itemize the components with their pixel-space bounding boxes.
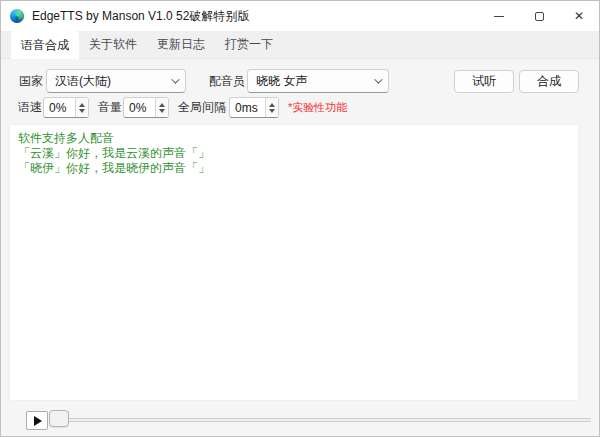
speech-synthesis-panel: 国家 汉语(大陆) 配音员 晓晓 女声 试听 合成 语速 0% 音量 0%: [1, 59, 599, 437]
text-input-area[interactable]: 软件支持多人配音 「云溪」你好，我是云溪的声音「」 「晓伊」你好，我是晓伊的声音…: [9, 124, 579, 401]
volume-stepper[interactable]: [155, 98, 168, 117]
maximize-icon: [535, 12, 544, 21]
edge-app-icon: [10, 9, 24, 23]
tab-changelog[interactable]: 更新日志: [147, 31, 215, 58]
volume-value: 0%: [124, 101, 155, 115]
global-gap-label: 全局间隔: [178, 97, 226, 118]
global-gap-spinner[interactable]: 0ms: [229, 97, 279, 118]
editor-line: 「云溪」你好，我是云溪的声音「」: [18, 146, 570, 161]
tab-bar: 语音合成 关于软件 更新日志 打赏一下: [1, 31, 599, 59]
window-controls: ✕: [479, 1, 599, 31]
minimize-icon: [494, 16, 504, 17]
seek-slider-thumb[interactable]: [49, 410, 69, 427]
play-button[interactable]: [26, 411, 48, 430]
minimize-button[interactable]: [479, 1, 519, 31]
country-label: 国家: [19, 69, 43, 93]
country-select[interactable]: 汉语(大陆): [46, 69, 186, 93]
global-gap-stepper[interactable]: [265, 98, 278, 117]
close-icon: ✕: [574, 9, 584, 23]
spin-up-icon: [269, 103, 275, 107]
volume-label: 音量: [98, 97, 122, 118]
country-select-value: 汉语(大陆): [55, 73, 111, 90]
spin-up-icon: [159, 103, 165, 107]
rate-label: 语速: [18, 97, 42, 118]
app-window: EdgeTTS by Manson V1.0 52破解特别版 ✕ 语音合成 关于…: [0, 0, 600, 437]
seek-slider-track[interactable]: [49, 418, 591, 422]
preview-button[interactable]: 试听: [454, 70, 514, 93]
experimental-note: *实验性功能: [288, 97, 347, 118]
tab-about[interactable]: 关于软件: [79, 31, 147, 58]
tab-donate[interactable]: 打赏一下: [215, 31, 283, 58]
global-gap-value: 0ms: [230, 101, 265, 115]
close-button[interactable]: ✕: [559, 1, 599, 31]
spin-up-icon: [79, 103, 85, 107]
tab-speech-synthesis[interactable]: 语音合成: [11, 31, 79, 59]
rate-spinner[interactable]: 0%: [43, 97, 89, 118]
chevron-down-icon: [374, 75, 382, 83]
voice-select[interactable]: 晓晓 女声: [247, 69, 389, 93]
editor-line: 软件支持多人配音: [18, 131, 570, 146]
spin-down-icon: [269, 109, 275, 113]
voice-label: 配音员: [209, 69, 245, 93]
window-title: EdgeTTS by Manson V1.0 52破解特别版: [32, 8, 479, 25]
title-bar: EdgeTTS by Manson V1.0 52破解特别版 ✕: [1, 1, 599, 31]
play-icon: [34, 416, 42, 426]
spin-down-icon: [79, 109, 85, 113]
playback-bar: [1, 407, 599, 437]
chevron-down-icon: [171, 75, 179, 83]
rate-stepper[interactable]: [75, 98, 88, 117]
voice-select-value: 晓晓 女声: [256, 73, 307, 90]
editor-line: 「晓伊」你好，我是晓伊的声音「」: [18, 161, 570, 176]
volume-spinner[interactable]: 0%: [123, 97, 169, 118]
synthesize-button[interactable]: 合成: [519, 70, 579, 93]
spin-down-icon: [159, 109, 165, 113]
rate-value: 0%: [44, 101, 75, 115]
maximize-button[interactable]: [519, 1, 559, 31]
